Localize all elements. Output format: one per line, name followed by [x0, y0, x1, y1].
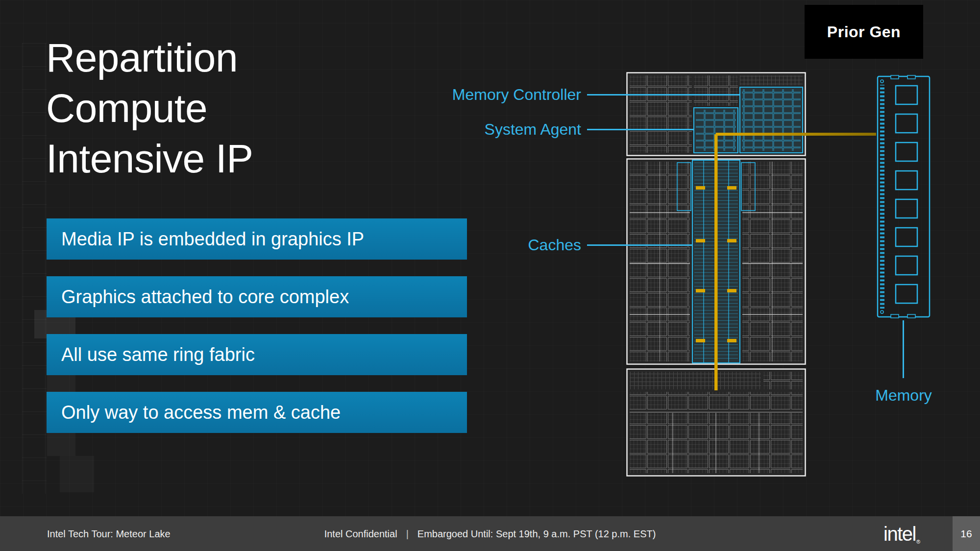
footer-embargo-label: Embargoed Until: Sept 19th, 9 a.m. PST (…: [417, 528, 656, 539]
memory-dimm-icon: [876, 75, 931, 318]
dimm-pins: [880, 85, 884, 309]
intel-logo-wordmark: intel: [883, 523, 916, 544]
page-number: 16: [953, 516, 980, 551]
prior-gen-badge-label: Prior Gen: [827, 23, 901, 41]
slide-title: Repartition Compute Intensive IP: [46, 32, 253, 184]
footer-separator: |: [406, 528, 409, 539]
bullet-label: Graphics attached to core complex: [61, 287, 349, 308]
caches-callout-line: [587, 244, 692, 246]
caches-label: Caches: [528, 236, 582, 254]
footer-confidential-label: Intel Confidential: [324, 528, 397, 539]
memory-label: Memory: [868, 386, 939, 405]
bullet-mem-cache-access: Only way to access mem & cache: [47, 392, 467, 433]
bullet-label: Only way to access mem & cache: [61, 402, 341, 423]
decor-grid-strip: [22, 43, 47, 494]
system-agent-callout-line: [587, 129, 694, 130]
decor-block: [60, 456, 94, 492]
footer-event-title: Intel Tech Tour: Meteor Lake: [47, 528, 171, 539]
footer-confidential-notice: Intel Confidential | Embargoed Until: Se…: [324, 528, 656, 539]
dimm-chips: [896, 86, 917, 303]
die-memory-controller-highlight: [740, 87, 803, 153]
registered-mark: ®: [916, 538, 920, 544]
title-line-3: Intensive IP: [46, 133, 253, 184]
bullet-media-ip: Media IP is embedded in graphics IP: [47, 218, 467, 260]
title-line-2: Compute: [46, 83, 253, 133]
prior-gen-badge: Prior Gen: [805, 5, 923, 59]
memory-link-line: [716, 133, 876, 136]
bullet-list: Media IP is embedded in graphics IP Grap…: [47, 218, 467, 450]
bullet-label: Media IP is embedded in graphics IP: [61, 229, 364, 250]
system-agent-label: System Agent: [485, 120, 581, 139]
memory-controller-callout-line: [587, 94, 740, 96]
intel-logo: intel®: [883, 523, 920, 545]
bullet-label: All use same ring fabric: [61, 344, 255, 365]
memory-controller-label: Memory Controller: [452, 86, 581, 104]
title-line-1: Repartition: [46, 32, 253, 83]
bullet-graphics-core-complex: Graphics attached to core complex: [47, 276, 467, 317]
memory-callout-line: [903, 320, 904, 378]
bullet-ring-fabric: All use same ring fabric: [47, 334, 467, 375]
slide: Prior Gen Repartition Compute Intensive …: [0, 0, 980, 551]
footer: Intel Tech Tour: Meteor Lake Intel Confi…: [0, 516, 980, 551]
